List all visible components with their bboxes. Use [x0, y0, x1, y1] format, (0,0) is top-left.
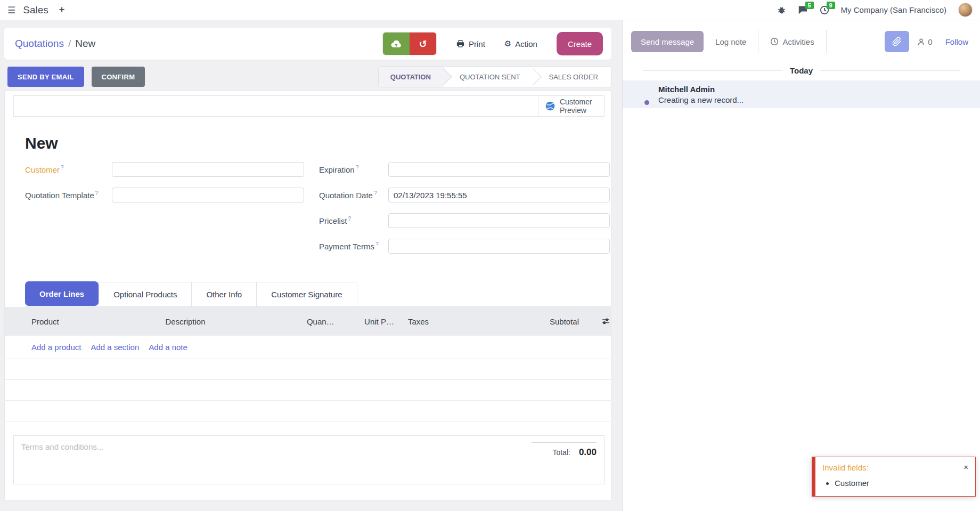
toast-item-list: Customer: [835, 478, 968, 488]
followers-button[interactable]: 0: [917, 37, 932, 46]
quotation-date-input[interactable]: [388, 188, 610, 202]
statusbar: SEND BY EMAIL CONFIRM QUOTATION QUOTATIO…: [7, 66, 611, 87]
apps-menu-icon[interactable]: ☰: [7, 5, 15, 15]
toast-item: Customer: [835, 478, 968, 488]
invalid-fields-toast: Invalid fields: × Customer: [812, 457, 976, 497]
customer-preview-label: Customer Preview: [560, 98, 598, 115]
pricelist-input[interactable]: [388, 213, 610, 228]
tab-order-lines[interactable]: Order Lines: [25, 281, 99, 306]
web-preview-strip: Customer Preview: [13, 95, 605, 117]
printer-icon: [456, 39, 465, 48]
record-title: New: [25, 134, 611, 152]
followers-count: 0: [928, 37, 932, 46]
pricelist-label: Pricelist?: [319, 216, 388, 225]
undo-icon: ↺: [419, 38, 427, 50]
form-sheet: Customer Preview New Customer? Quotation…: [4, 91, 611, 501]
action-label: Action: [515, 39, 537, 48]
notebook-tabs: Order Lines Optional Products Other Info…: [25, 280, 611, 307]
column-taxes: Taxes: [408, 317, 514, 326]
optional-columns-button[interactable]: [601, 317, 611, 326]
divider: [826, 30, 827, 53]
stage-sales-order[interactable]: SALES ORDER: [533, 67, 611, 87]
tab-optional-products[interactable]: Optional Products: [99, 282, 192, 306]
total-value: 0.00: [579, 447, 597, 458]
content-area: Quotations / New ↺: [0, 20, 980, 511]
confirm-button[interactable]: CONFIRM: [92, 67, 145, 87]
tab-other-info[interactable]: Other Info: [192, 282, 257, 306]
terms-and-conditions-input[interactable]: [21, 442, 341, 474]
stage-quotation[interactable]: QUOTATION: [379, 67, 444, 87]
create-button[interactable]: Create: [557, 32, 603, 55]
empty-order-line: [5, 401, 611, 421]
column-product: Product: [31, 317, 166, 326]
debug-icon[interactable]: [777, 5, 786, 14]
customer-label: Customer?: [25, 165, 112, 174]
app-root: ☰ Sales + 5 9 My Company (San Francisco): [0, 0, 980, 511]
column-unit-price: Unit P…: [334, 317, 394, 326]
paperclip-icon: [892, 37, 902, 46]
empty-order-line: [5, 380, 611, 401]
person-icon: [917, 37, 926, 46]
app-name-sales[interactable]: Sales: [23, 4, 48, 16]
quotation-template-input[interactable]: [112, 188, 304, 202]
stage-quotation-sent[interactable]: QUOTATION SENT: [444, 67, 533, 87]
note-indicator-dot: [643, 99, 650, 106]
navbar-right: 5 9 My Company (San Francisco): [777, 3, 973, 17]
column-subtotal: Subtotal: [514, 317, 579, 326]
message-avatar: [631, 84, 651, 104]
globe-icon: [545, 101, 556, 111]
control-panel-buttons: ↺ Print ⚙ Action Create: [382, 32, 603, 55]
chatter-message[interactable]: Mitchell Admin Creating a new record...: [623, 80, 980, 108]
add-a-product-link[interactable]: Add a product: [31, 343, 81, 352]
toast-close-button[interactable]: ×: [963, 463, 968, 471]
divider: [758, 30, 758, 53]
quotation-template-label: Quotation Template?: [25, 190, 112, 200]
gear-icon: ⚙: [504, 39, 511, 48]
breadcrumb-quotations[interactable]: Quotations: [15, 38, 64, 50]
total-label: Total:: [552, 448, 570, 457]
log-note-button[interactable]: Log note: [711, 37, 750, 46]
company-switcher[interactable]: My Company (San Francisco): [841, 5, 946, 14]
control-panel: Quotations / New ↺: [4, 28, 611, 60]
send-by-email-button[interactable]: SEND BY EMAIL: [7, 67, 84, 87]
follow-button[interactable]: Follow: [945, 37, 968, 46]
save-record-button[interactable]: [383, 33, 410, 55]
chatter-panel: Send message Log note Activities: [622, 20, 980, 511]
stage-pipeline: QUOTATION QUOTATION SENT SALES ORDER: [378, 66, 611, 87]
empty-order-line: [5, 359, 611, 380]
main-column: Quotations / New ↺: [0, 20, 622, 511]
order-footer: Total: 0.00: [13, 435, 605, 484]
message-author[interactable]: Mitchell Admin: [658, 85, 744, 94]
expiration-input[interactable]: [388, 162, 610, 177]
activities-button[interactable]: 9: [820, 5, 829, 15]
clock-icon: [770, 37, 779, 46]
messages-badge: 5: [805, 2, 814, 9]
quotation-date-label: Quotation Date?: [319, 190, 388, 200]
column-description: Description: [166, 317, 288, 326]
tab-customer-signature[interactable]: Customer Signature: [257, 282, 357, 306]
schedule-activity-button[interactable]: Activities: [766, 37, 818, 46]
new-record-plus-button[interactable]: +: [59, 4, 65, 15]
expiration-label: Expiration?: [319, 165, 388, 174]
activities-badge: 9: [827, 2, 835, 9]
order-total: Total: 0.00: [532, 442, 597, 464]
action-button[interactable]: ⚙ Action: [504, 39, 537, 48]
send-message-button[interactable]: Send message: [631, 31, 704, 52]
breadcrumb-separator: /: [68, 38, 71, 50]
add-a-note-link[interactable]: Add a note: [149, 343, 187, 352]
user-avatar[interactable]: [958, 3, 973, 17]
discard-changes-button[interactable]: ↺: [410, 33, 436, 55]
add-a-section-link[interactable]: Add a section: [91, 343, 139, 352]
customer-input[interactable]: [112, 162, 304, 177]
customer-preview-button[interactable]: Customer Preview: [538, 96, 604, 116]
payment-terms-input[interactable]: [388, 239, 610, 254]
order-lines-header: Product Description Quan… Unit P… Taxes …: [5, 307, 611, 336]
column-quantity: Quan…: [287, 317, 334, 326]
print-button[interactable]: Print: [456, 39, 485, 48]
attach-files-button[interactable]: [885, 31, 909, 52]
print-label: Print: [469, 39, 485, 48]
messages-button[interactable]: 5: [798, 5, 808, 14]
date-separator: Today: [635, 66, 967, 75]
top-navbar: ☰ Sales + 5 9 My Company (San Francisco): [0, 0, 980, 20]
message-body: Creating a new record...: [658, 95, 744, 104]
